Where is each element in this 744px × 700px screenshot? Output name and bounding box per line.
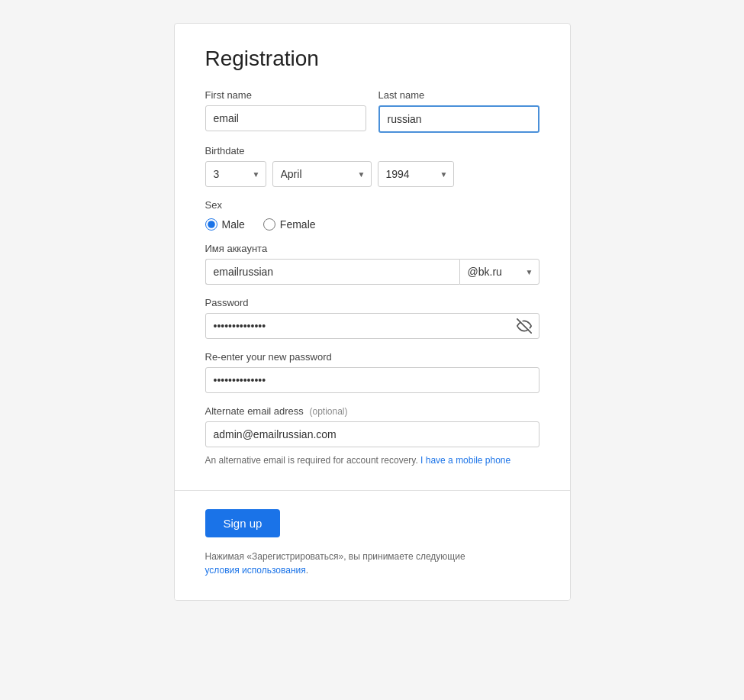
- female-radio-label[interactable]: Female: [263, 218, 316, 231]
- domain-select-wrapper: @bk.ru @mail.ru @inbox.ru @list.ru ▼: [459, 259, 539, 285]
- password-label: Password: [205, 297, 539, 308]
- mobile-phone-link[interactable]: I have a mobile phone: [420, 455, 510, 466]
- alt-email-label: Alternate email adress (optional): [205, 405, 539, 417]
- alt-email-hint-text: An alternative email is required for acc…: [205, 455, 418, 466]
- footer-section: Sign up Нажимая «Зарегистрироваться», вы…: [175, 491, 570, 600]
- re-password-label: Re-enter your new password: [205, 351, 539, 363]
- page-title: Registration: [205, 47, 539, 71]
- birthdate-row: 12345 678910 1112131415 1617181920 21222…: [205, 161, 539, 187]
- year-select[interactable]: 1990199119921993 1994199519961997 199819…: [378, 161, 454, 187]
- registration-card: Registration First name Last name Birthd…: [174, 23, 571, 601]
- last-name-label: Last name: [378, 89, 539, 101]
- alt-email-label-text: Alternate email adress: [205, 405, 304, 417]
- day-select[interactable]: 12345 678910 1112131415 1617181920 21222…: [205, 161, 266, 187]
- first-name-input[interactable]: [205, 105, 366, 131]
- terms-period: .: [306, 565, 308, 576]
- domain-select[interactable]: @bk.ru @mail.ru @inbox.ru @list.ru: [459, 259, 539, 285]
- re-password-group: Re-enter your new password: [205, 351, 539, 393]
- last-name-group: Last name: [378, 89, 539, 133]
- account-name-label: Имя аккаунта: [205, 243, 539, 254]
- alt-email-hint: An alternative email is required for acc…: [205, 453, 539, 467]
- eye-slash-icon: [517, 318, 532, 334]
- form-section: Registration First name Last name Birthd…: [175, 24, 570, 491]
- birthdate-label: Birthdate: [205, 145, 539, 156]
- password-toggle-button[interactable]: [517, 318, 532, 334]
- first-name-group: First name: [205, 89, 366, 133]
- female-label: Female: [280, 218, 316, 231]
- male-radio-label[interactable]: Male: [205, 218, 245, 231]
- account-name-row: @bk.ru @mail.ru @inbox.ru @list.ru ▼: [205, 259, 539, 285]
- password-input[interactable]: [205, 313, 539, 339]
- name-row: First name Last name: [205, 89, 539, 133]
- male-label: Male: [222, 218, 245, 231]
- month-select-wrapper: JanuaryFebruaryMarch AprilMayJune JulyAu…: [272, 161, 372, 187]
- signup-button[interactable]: Sign up: [205, 509, 281, 537]
- password-group: Password: [205, 297, 539, 339]
- birthdate-group: Birthdate 12345 678910 1112131415 161718…: [205, 145, 539, 187]
- sex-label: Sex: [205, 199, 539, 211]
- page-wrapper: Registration First name Last name Birthd…: [15, 15, 729, 601]
- re-password-wrapper: [205, 367, 539, 393]
- alt-email-optional: (optional): [309, 406, 347, 417]
- first-name-label: First name: [205, 89, 366, 101]
- terms-text: Нажимая «Зарегистрироваться», вы принима…: [205, 550, 539, 577]
- account-name-input[interactable]: [205, 259, 459, 285]
- account-name-group: Имя аккаунта @bk.ru @mail.ru @inbox.ru @…: [205, 243, 539, 285]
- last-name-input[interactable]: [378, 105, 539, 133]
- male-radio[interactable]: [205, 218, 217, 231]
- year-select-wrapper: 1990199119921993 1994199519961997 199819…: [378, 161, 454, 187]
- password-wrapper: [205, 313, 539, 339]
- day-select-wrapper: 12345 678910 1112131415 1617181920 21222…: [205, 161, 266, 187]
- terms-link[interactable]: условия использования: [205, 565, 306, 576]
- alt-email-input[interactable]: [205, 421, 539, 447]
- sex-radio-group: Male Female: [205, 218, 539, 231]
- alt-email-group: Alternate email adress (optional) An alt…: [205, 405, 539, 467]
- sex-group: Sex Male Female: [205, 199, 539, 231]
- terms-prefix: Нажимая «Зарегистрироваться», вы принима…: [205, 551, 465, 562]
- re-password-input[interactable]: [205, 367, 539, 393]
- female-radio[interactable]: [263, 218, 275, 231]
- month-select[interactable]: JanuaryFebruaryMarch AprilMayJune JulyAu…: [272, 161, 372, 187]
